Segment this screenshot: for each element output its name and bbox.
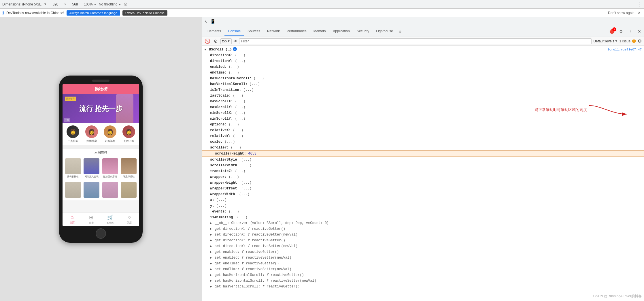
tab-network[interactable]: Network (264, 27, 283, 36)
more-options-icon[interactable]: ⋮ (637, 1, 642, 7)
dimensions-dropdown-icon[interactable]: ▼ (44, 3, 47, 6)
throttle-selector[interactable]: No throttling ▼ (99, 2, 121, 6)
dimensions-label[interactable]: Dimensions: iPhone 5/SE (2, 2, 41, 6)
default-levels-selector[interactable]: Default levels ▼ (593, 39, 617, 43)
prop-y[interactable]: y: (...) (202, 203, 644, 209)
more-options-tab-icon[interactable]: ⋮ (627, 28, 634, 35)
prop-maxScrollY[interactable]: maxScrollY: (...) (202, 104, 644, 110)
prop-directionX[interactable]: directionX: (...) (202, 52, 644, 58)
context-selector[interactable]: top ▼ (220, 38, 232, 44)
prop-minScrollX[interactable]: minScrollX: (...) (202, 110, 644, 116)
badge-icon[interactable]: 🔴 1 (608, 28, 615, 35)
nav-home[interactable]: ⌂ 首页 (63, 214, 82, 225)
getter-hasHorizontalScroll[interactable]: ▶ get hasHorizontalScroll: f reactiveGet… (202, 272, 644, 278)
nav-cart[interactable]: 🛒 购物车 (101, 214, 120, 225)
category-item[interactable]: 👩 内购福利 (104, 125, 116, 143)
tab-security[interactable]: Security (353, 27, 373, 36)
prop-wrapper[interactable]: wrapper: (...) (202, 174, 644, 180)
prop-hasHorizontalScroll[interactable]: hasHorizontalScroll: (...) (202, 76, 644, 81)
trending-item-7[interactable] (102, 182, 118, 199)
prop-wrapperHeight[interactable]: wrapperHeight: (...) (202, 180, 644, 186)
close-devtools-icon[interactable]: ✕ (636, 28, 643, 35)
prop-options[interactable]: options: (...) (202, 122, 644, 127)
prop-scrollerHeight-highlighted[interactable]: scrollerHeight: 4653 (202, 150, 644, 157)
nav-profile[interactable]: ○ 我的 (120, 214, 139, 225)
nav-categories[interactable]: ⊞ 分类 (82, 214, 101, 225)
setter-hasHorizontalScroll[interactable]: ▶ set hasHorizontalScroll: f reactiveSet… (202, 278, 644, 284)
tab-memory[interactable]: Memory (310, 27, 329, 36)
category-item[interactable]: 👩 十点抢券 (67, 125, 79, 143)
setter-endTime[interactable]: ▶ set endTime: f reactiveSetter(newVal) (202, 266, 644, 272)
switch-devtools-button[interactable]: Switch DevTools to Chinese (122, 10, 167, 16)
clear-console-button[interactable]: 🚫 (204, 38, 211, 44)
phone-home-button[interactable] (96, 228, 106, 239)
getter-enabled[interactable]: ▶ get enabled: f reactiveGetter() (202, 249, 644, 255)
prop-isAnimating[interactable]: isAnimating: (...) (202, 215, 644, 220)
prop-isInTransition[interactable]: isInTransition: (...) (202, 87, 644, 93)
prop-hasVerticalScroll[interactable]: hasVerticalScroll: (...) (202, 81, 644, 87)
prop-relativeY[interactable]: relativeY: (...) (202, 133, 644, 139)
expand-getter-et-icon[interactable]: ▶ (210, 261, 214, 266)
dont-show-link[interactable]: Don't show again (608, 11, 634, 15)
getter-directionX[interactable]: ▶ get directionX: f reactiveGetter() (202, 226, 644, 232)
getter-hasVerticalScroll[interactable]: ▶ get hasVerticalScroll: f reactiveGette… (202, 284, 644, 289)
prop-x[interactable]: x: (...) (202, 197, 644, 203)
prop-relativeX[interactable]: relativeX: (...) (202, 127, 644, 133)
pause-button[interactable]: ⊘ (212, 38, 219, 44)
more-tabs-icon[interactable]: » (396, 29, 404, 34)
prop-scroller[interactable]: scroller: (...) (202, 145, 644, 150)
trending-item-3[interactable]: 微辣显肉穿搭 (102, 158, 118, 178)
settings-tab-icon[interactable]: ⚙ (617, 28, 624, 35)
getter-endTime[interactable]: ▶ get endTime: f reactiveGetter() (202, 261, 644, 266)
category-item[interactable]: 👩 好物特卖 (85, 125, 98, 143)
prop-endTime[interactable]: endTime: (...) (202, 70, 644, 76)
inspector-icon[interactable]: ↖ (204, 19, 208, 24)
zoom-selector[interactable]: 100% ▼ (84, 2, 97, 6)
height-input[interactable] (69, 2, 82, 6)
expand-getter-hhs-icon[interactable]: ▶ (210, 272, 214, 278)
bscroll-header-line[interactable]: ▼ BScroll {…} i Scroll.vue?3e07:47 (202, 47, 644, 52)
prop-scrollerWidth[interactable]: scrollerWidth: (...) (202, 163, 644, 168)
device-toggle-icon[interactable]: 📱 (210, 19, 216, 24)
prop-translateZ[interactable]: translateZ: (...) (202, 168, 644, 174)
trending-item-1[interactable]: 慵街长袖裙 (65, 158, 81, 178)
tab-performance[interactable]: Performance (283, 27, 310, 36)
width-input[interactable] (49, 2, 62, 6)
expand-setter-dx-icon[interactable]: ▶ (210, 232, 214, 237)
expand-getter-hvs-icon[interactable]: ▶ (210, 284, 214, 289)
setter-directionX[interactable]: ▶ set directionX: f reactiveSetter(newVa… (202, 232, 644, 238)
expand-setter-hhs-icon[interactable]: ▶ (210, 278, 214, 283)
prop-events[interactable]: _events: (...) (202, 209, 644, 215)
setter-enabled[interactable]: ▶ set enabled: f reactiveSetter(newVal) (202, 255, 644, 261)
expand-ob-icon[interactable]: ▶ (210, 221, 214, 226)
prop-minScrollY[interactable]: minScrollY: (...) (202, 116, 644, 122)
expand-setter-et-icon[interactable]: ▶ (210, 267, 214, 272)
expand-setter-en-icon[interactable]: ▶ (210, 255, 214, 260)
prop-enabled[interactable]: enabled: (...) (202, 64, 644, 70)
expand-getter-dy-icon[interactable]: ▶ (210, 238, 214, 243)
tab-console[interactable]: Console (224, 27, 244, 36)
expand-setter-dy-icon[interactable]: ▶ (210, 244, 214, 249)
trending-item-8[interactable] (120, 182, 137, 199)
expand-getter-dx-icon[interactable]: ▶ (210, 226, 214, 232)
prop-directionY[interactable]: directionY: (...) (202, 58, 644, 64)
trending-item-4[interactable]: 降温保暖鞋 (120, 158, 137, 178)
expand-bscroll-icon[interactable]: ▼ (204, 47, 208, 52)
trending-item-6[interactable] (83, 182, 100, 199)
proto-ob[interactable]: ▶ __ob__: Observer {value: BScroll, dep:… (202, 220, 644, 226)
tab-lighthouse[interactable]: Lighthouse (373, 27, 396, 36)
expand-getter-en-icon[interactable]: ▶ (210, 249, 214, 255)
tab-sources[interactable]: Sources (244, 27, 264, 36)
filter-input[interactable] (239, 38, 592, 44)
prop-maxScrollX[interactable]: maxScrollX: (...) (202, 99, 644, 104)
tab-application[interactable]: Application (329, 27, 353, 36)
trending-item-5[interactable] (65, 182, 81, 199)
prop-lastScale[interactable]: lastScale: (...) (202, 93, 644, 99)
eye-button[interactable]: 👁 (233, 39, 237, 44)
trending-item-2[interactable]: 时尚淑人套装 (83, 158, 100, 178)
prop-scale[interactable]: scale: (...) (202, 139, 644, 145)
console-settings-icon[interactable]: ⚙ (638, 38, 642, 44)
prop-scrollerStyle[interactable]: scrollerStyle: (...) (202, 157, 644, 163)
category-item[interactable]: 👩 初秋上新 (122, 125, 135, 143)
file-link[interactable]: Scroll.vue?3e07:47 (607, 47, 642, 52)
